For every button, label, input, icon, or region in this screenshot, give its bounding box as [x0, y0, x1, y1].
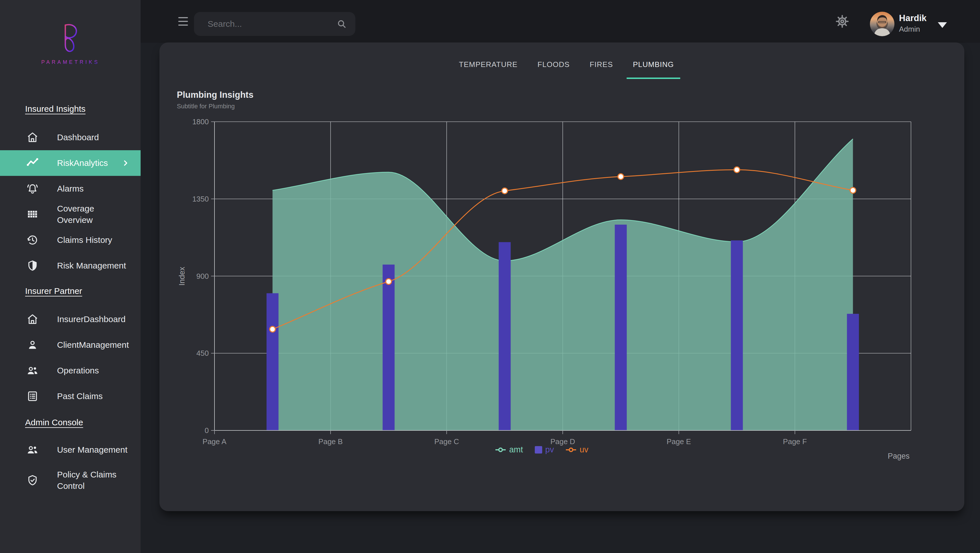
sidebar-item-label: ClientManagement [57, 339, 128, 351]
sidebar-item-operations[interactable]: Operations [0, 358, 141, 383]
chevron-down-icon[interactable] [938, 22, 947, 28]
chevron-right-icon [122, 159, 129, 167]
svg-text:0: 0 [205, 426, 209, 435]
search-box[interactable] [194, 12, 355, 36]
svg-text:450: 450 [197, 349, 209, 358]
svg-text:Page E: Page E [667, 437, 691, 446]
grid-icon [26, 208, 39, 221]
sidebar-item-label: User Management [57, 444, 128, 456]
avatar[interactable] [870, 12, 894, 36]
search-input[interactable] [208, 19, 337, 29]
sidebar-nav-1: Dashboard RiskAnalytics Alarms Coverage … [0, 125, 141, 278]
chart-legend: amt pv uv [193, 445, 890, 454]
history-icon [26, 234, 39, 246]
bell-icon [26, 183, 39, 195]
svg-text:Page B: Page B [318, 437, 342, 446]
sidebar-item-label: Past Claims [57, 391, 128, 402]
sidebar-item-risk-management[interactable]: Risk Management [0, 253, 141, 278]
sidebar-item-riskanalytics[interactable]: RiskAnalytics [0, 150, 141, 176]
search-icon [337, 19, 347, 29]
trending-icon [26, 157, 39, 169]
sidebar-nav-3: User Management Policy & Claims Control [0, 437, 141, 498]
sidebar-item-insurerdashboard[interactable]: InsurerDashboard [0, 307, 141, 332]
plumbing-chart: 045090013501800Page APage BPage CPage DP… [159, 43, 964, 511]
sidebar-item-label: Dashboard [57, 132, 128, 143]
svg-text:900: 900 [197, 272, 209, 280]
brand-logo: PARAMETRIKS [23, 21, 118, 72]
gear-icon[interactable] [836, 15, 849, 28]
sidebar-item-label: Policy & Claims Control [57, 469, 128, 492]
shield-half-icon [26, 259, 39, 272]
user-role: Admin [899, 25, 926, 33]
legend-item-amt[interactable]: amt [495, 445, 523, 454]
svg-text:Index: Index [178, 267, 186, 286]
sidebar-item-claims-history[interactable]: Claims History [0, 227, 141, 253]
sidebar-nav-2: InsurerDashboard ClientManagement Operat… [0, 307, 141, 409]
home-icon [26, 131, 39, 144]
sidebar-item-clientmanagement[interactable]: ClientManagement [0, 332, 141, 358]
sidebar-item-alarms[interactable]: Alarms [0, 176, 141, 202]
svg-text:1350: 1350 [192, 195, 209, 203]
legend-line-icon [495, 447, 506, 453]
legend-label: amt [509, 445, 523, 454]
sidebar-item-policy-claims-control[interactable]: Policy & Claims Control [0, 462, 141, 498]
home-icon [26, 313, 39, 326]
sidebar-item-dashboard[interactable]: Dashboard [0, 125, 141, 150]
svg-text:Pages: Pages [888, 452, 910, 460]
legend-item-uv[interactable]: uv [565, 445, 589, 454]
content-card: TEMPERATURE FLOODS FIRES PLUMBING Plumbi… [159, 43, 964, 511]
sidebar-item-label: Coverage Overview [57, 203, 128, 226]
legend-line-icon [565, 447, 577, 453]
sidebar-item-coverage-overview[interactable]: Coverage Overview [0, 202, 141, 227]
shield-check-icon [26, 474, 39, 486]
menu-icon[interactable] [178, 17, 188, 25]
sidebar: PARAMETRIKS Insured Insights Dashboard R… [0, 0, 141, 553]
avatar-photo [870, 12, 894, 36]
svg-text:1800: 1800 [192, 118, 209, 126]
brand-name: PARAMETRIKS [41, 59, 100, 65]
sidebar-item-label: Risk Management [57, 260, 128, 272]
sidebar-item-label: InsurerDashboard [57, 313, 128, 325]
sidebar-item-user-management[interactable]: User Management [0, 437, 141, 462]
sidebar-item-label: Operations [57, 365, 128, 377]
topbar: Hardik Admin [141, 0, 980, 43]
svg-text:Page C: Page C [434, 437, 459, 446]
svg-text:Page A: Page A [202, 437, 227, 446]
legend-label: pv [545, 445, 554, 454]
sidebar-item-label: Claims History [57, 234, 128, 246]
user-name: Hardik [899, 14, 926, 22]
list-icon [26, 390, 39, 402]
app-root: Hardik Admin PARAMETRIKS Insured Insight… [0, 0, 980, 553]
sidebar-section-admin-console: Admin Console [25, 418, 83, 427]
svg-text:Page F: Page F [783, 437, 807, 446]
sidebar-item-label: RiskAnalytics [57, 157, 128, 169]
legend-label: uv [579, 445, 589, 454]
sidebar-item-past-claims[interactable]: Past Claims [0, 383, 141, 409]
people-icon [26, 364, 39, 377]
legend-item-pv[interactable]: pv [535, 445, 554, 454]
svg-text:Page D: Page D [550, 437, 575, 446]
sidebar-section-insurer-partner: Insurer Partner [25, 286, 82, 296]
sidebar-section-insured-insights: Insured Insights [25, 104, 86, 114]
people-icon [26, 443, 39, 456]
person-icon [26, 338, 39, 351]
sidebar-item-label: Alarms [57, 183, 128, 195]
legend-square-icon [535, 446, 542, 454]
user-block[interactable]: Hardik Admin [899, 14, 926, 33]
